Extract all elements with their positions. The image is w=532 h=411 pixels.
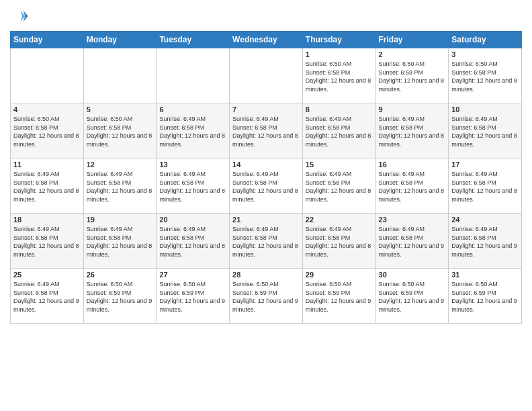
calendar-cell: 22Sunrise: 6:49 AMSunset: 6:58 PMDayligh… [302,214,375,269]
day-number: 4 [13,105,81,113]
day-header-thursday: Thursday [302,32,375,48]
calendar-cell: 9Sunrise: 6:49 AMSunset: 6:58 PMDaylight… [375,103,449,158]
day-number: 2 [379,50,446,58]
day-number: 16 [379,161,446,169]
day-number: 7 [232,105,300,113]
day-number: 12 [87,161,154,169]
day-info: Sunrise: 6:49 AMSunset: 6:58 PMDaylight:… [306,170,373,203]
calendar-cell: 2Sunrise: 6:50 AMSunset: 6:58 PMDaylight… [375,48,449,103]
day-info: Sunrise: 6:50 AMSunset: 6:59 PMDaylight:… [87,280,154,314]
day-info: Sunrise: 6:49 AMSunset: 6:58 PMDaylight:… [232,225,300,259]
calendar-cell: 3Sunrise: 6:50 AMSunset: 6:58 PMDaylight… [449,48,522,103]
day-info: Sunrise: 6:50 AMSunset: 6:58 PMDaylight:… [451,60,519,93]
day-info: Sunrise: 6:49 AMSunset: 6:58 PMDaylight:… [159,225,226,259]
calendar-header: SundayMondayTuesdayWednesdayThursdayFrid… [11,32,522,48]
day-info: Sunrise: 6:49 AMSunset: 6:58 PMDaylight:… [451,115,519,148]
calendar-cell: 17Sunrise: 6:49 AMSunset: 6:58 PMDayligh… [449,158,522,214]
day-info: Sunrise: 6:49 AMSunset: 6:58 PMDaylight:… [87,170,154,203]
logo-icon [10,7,29,26]
calendar-cell: 1Sunrise: 6:50 AMSunset: 6:58 PMDaylight… [302,48,375,103]
day-number: 3 [451,50,519,58]
day-info: Sunrise: 6:49 AMSunset: 6:58 PMDaylight:… [379,170,446,203]
day-number: 9 [379,105,446,113]
day-info: Sunrise: 6:49 AMSunset: 6:58 PMDaylight:… [13,280,81,314]
day-info: Sunrise: 6:50 AMSunset: 6:58 PMDaylight:… [87,115,154,148]
day-number: 15 [306,161,373,169]
header [10,7,522,26]
day-number: 27 [159,271,226,279]
day-info: Sunrise: 6:50 AMSunset: 6:58 PMDaylight:… [13,115,81,148]
day-number: 10 [451,105,519,113]
calendar-cell [11,48,84,103]
calendar-cell: 24Sunrise: 6:49 AMSunset: 6:58 PMDayligh… [449,214,522,269]
day-info: Sunrise: 6:49 AMSunset: 6:58 PMDaylight:… [451,170,519,203]
day-info: Sunrise: 6:49 AMSunset: 6:58 PMDaylight:… [13,170,81,203]
calendar-cell [157,48,230,103]
day-header-wednesday: Wednesday [230,32,303,48]
calendar-table: SundayMondayTuesdayWednesdayThursdayFrid… [10,31,522,324]
day-number: 5 [87,105,154,113]
calendar-cell: 16Sunrise: 6:49 AMSunset: 6:58 PMDayligh… [375,158,449,214]
day-number: 17 [451,161,519,169]
day-info: Sunrise: 6:49 AMSunset: 6:58 PMDaylight:… [451,225,519,259]
day-info: Sunrise: 6:49 AMSunset: 6:58 PMDaylight:… [306,115,373,148]
week-row-4: 18Sunrise: 6:49 AMSunset: 6:58 PMDayligh… [11,214,522,269]
day-info: Sunrise: 6:49 AMSunset: 6:58 PMDaylight:… [159,170,226,203]
calendar-cell: 29Sunrise: 6:50 AMSunset: 6:59 PMDayligh… [302,269,375,324]
day-header-friday: Friday [375,32,449,48]
day-number: 8 [306,105,373,113]
logo [10,7,32,26]
calendar-cell: 23Sunrise: 6:49 AMSunset: 6:58 PMDayligh… [375,214,449,269]
day-number: 26 [87,271,154,279]
day-number: 31 [451,271,519,279]
calendar-cell: 6Sunrise: 6:49 AMSunset: 6:58 PMDaylight… [157,103,230,158]
day-number: 28 [232,271,300,279]
week-row-1: 1Sunrise: 6:50 AMSunset: 6:58 PMDaylight… [11,48,522,103]
calendar-cell: 21Sunrise: 6:49 AMSunset: 6:58 PMDayligh… [230,214,303,269]
day-header-tuesday: Tuesday [157,32,230,48]
day-info: Sunrise: 6:50 AMSunset: 6:59 PMDaylight:… [232,280,300,314]
calendar-cell: 8Sunrise: 6:49 AMSunset: 6:58 PMDaylight… [302,103,375,158]
day-info: Sunrise: 6:50 AMSunset: 6:59 PMDaylight:… [159,280,226,314]
week-row-5: 25Sunrise: 6:49 AMSunset: 6:58 PMDayligh… [11,269,522,324]
day-number: 20 [159,216,226,224]
day-info: Sunrise: 6:50 AMSunset: 6:58 PMDaylight:… [306,60,373,93]
day-info: Sunrise: 6:49 AMSunset: 6:58 PMDaylight:… [379,115,446,148]
calendar-cell: 20Sunrise: 6:49 AMSunset: 6:58 PMDayligh… [157,214,230,269]
calendar-cell: 11Sunrise: 6:49 AMSunset: 6:58 PMDayligh… [11,158,84,214]
calendar-header-row: SundayMondayTuesdayWednesdayThursdayFrid… [11,32,522,48]
calendar-cell: 12Sunrise: 6:49 AMSunset: 6:58 PMDayligh… [83,158,157,214]
day-header-monday: Monday [83,32,157,48]
calendar-cell: 13Sunrise: 6:49 AMSunset: 6:58 PMDayligh… [157,158,230,214]
week-row-2: 4Sunrise: 6:50 AMSunset: 6:58 PMDaylight… [11,103,522,158]
calendar-cell: 27Sunrise: 6:50 AMSunset: 6:59 PMDayligh… [157,269,230,324]
calendar-cell: 28Sunrise: 6:50 AMSunset: 6:59 PMDayligh… [230,269,303,324]
day-number: 13 [159,161,226,169]
calendar-cell [83,48,157,103]
day-info: Sunrise: 6:49 AMSunset: 6:58 PMDaylight:… [232,115,300,148]
calendar-cell: 26Sunrise: 6:50 AMSunset: 6:59 PMDayligh… [83,269,157,324]
day-info: Sunrise: 6:49 AMSunset: 6:58 PMDaylight:… [306,225,373,259]
day-header-sunday: Sunday [11,32,84,48]
day-number: 21 [232,216,300,224]
page: SundayMondayTuesdayWednesdayThursdayFrid… [0,0,532,411]
calendar-cell: 30Sunrise: 6:50 AMSunset: 6:59 PMDayligh… [375,269,449,324]
day-info: Sunrise: 6:49 AMSunset: 6:58 PMDaylight:… [87,225,154,259]
day-number: 25 [13,271,81,279]
calendar-cell: 31Sunrise: 6:50 AMSunset: 6:59 PMDayligh… [449,269,522,324]
calendar-body: 1Sunrise: 6:50 AMSunset: 6:58 PMDaylight… [11,48,522,324]
day-number: 19 [87,216,154,224]
day-number: 23 [379,216,446,224]
day-info: Sunrise: 6:50 AMSunset: 6:59 PMDaylight:… [451,280,519,314]
calendar-cell: 19Sunrise: 6:49 AMSunset: 6:58 PMDayligh… [83,214,157,269]
calendar-cell: 25Sunrise: 6:49 AMSunset: 6:58 PMDayligh… [11,269,84,324]
calendar-cell: 5Sunrise: 6:50 AMSunset: 6:58 PMDaylight… [83,103,157,158]
day-number: 6 [159,105,226,113]
day-number: 11 [13,161,81,169]
day-info: Sunrise: 6:50 AMSunset: 6:59 PMDaylight:… [306,280,373,314]
day-number: 1 [306,50,373,58]
calendar-cell: 15Sunrise: 6:49 AMSunset: 6:58 PMDayligh… [302,158,375,214]
calendar-cell: 7Sunrise: 6:49 AMSunset: 6:58 PMDaylight… [230,103,303,158]
day-info: Sunrise: 6:49 AMSunset: 6:58 PMDaylight:… [159,115,226,148]
calendar-cell [230,48,303,103]
